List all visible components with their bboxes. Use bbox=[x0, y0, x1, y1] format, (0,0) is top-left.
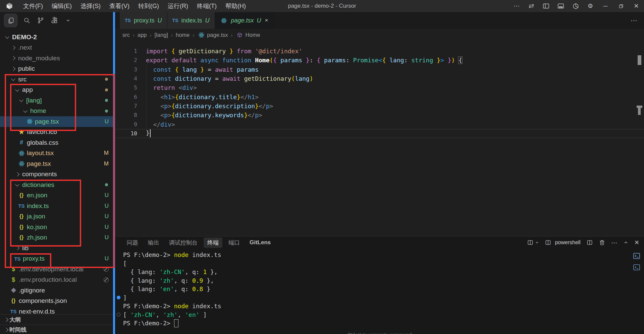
terminal-instance[interactable]: powershell bbox=[545, 239, 580, 246]
line-number: 3 bbox=[115, 66, 137, 73]
tree-item-page.tsx[interactable]: page.tsxU bbox=[0, 116, 113, 127]
tree-item-favicon.ico[interactable]: ★favicon.ico bbox=[0, 127, 113, 138]
breadcrumb-separator: › bbox=[133, 32, 135, 38]
tab-label: proxy.ts bbox=[134, 17, 155, 24]
breadcrumb-item-[lang][interactable]: [lang] bbox=[155, 32, 168, 38]
terminal-tab-icon[interactable] bbox=[632, 263, 641, 272]
panel-tab-输出[interactable]: 输出 bbox=[144, 238, 163, 248]
editor-tab-page.tsx[interactable]: page.tsxU× bbox=[215, 12, 274, 29]
modified-dot-badge bbox=[105, 78, 108, 81]
tree-item-.env.development.local[interactable]: $.env.development.local bbox=[0, 264, 113, 275]
modified-dot-badge bbox=[105, 88, 108, 91]
chevron-down-icon bbox=[3, 36, 11, 39]
close-window-button[interactable]: ✕ bbox=[629, 0, 644, 12]
editor-tab-index.ts[interactable]: TSindex.tsU bbox=[167, 12, 215, 29]
breadcrumb-item-app[interactable]: app bbox=[138, 32, 147, 38]
tree-item-index.ts[interactable]: TSindex.tsU bbox=[0, 201, 113, 211]
panel-tab-GitLens[interactable]: GitLens bbox=[246, 238, 274, 247]
terminal-line: { lang: 'zh-CN', q: 1 }, bbox=[115, 268, 644, 276]
menu-item[interactable]: 选择(S) bbox=[76, 2, 105, 10]
tree-item-proxy.ts[interactable]: TSproxy.tsU bbox=[0, 254, 113, 264]
code-editor[interactable]: 1 import { getDictionary } from '@dict/i… bbox=[115, 41, 644, 236]
menu-item[interactable]: 转到(G) bbox=[134, 2, 163, 10]
source-control-icon[interactable] bbox=[36, 16, 45, 25]
breadcrumb-item-home[interactable]: home bbox=[176, 32, 190, 38]
tree-item-app[interactable]: app bbox=[0, 85, 113, 95]
code-line-5: 5 return <div> bbox=[115, 83, 644, 92]
tree-item-dictionaries[interactable]: dictionaries bbox=[0, 180, 113, 190]
more-actions-icon[interactable]: ⋯ bbox=[509, 0, 524, 12]
file-label: index.ts bbox=[27, 202, 49, 210]
toggle-panel-icon[interactable] bbox=[553, 0, 568, 12]
tree-item-.next[interactable]: .next bbox=[0, 43, 113, 53]
tree-root[interactable]: DEMO-2 bbox=[0, 32, 113, 43]
panel-tab-端口[interactable]: 端口 bbox=[225, 238, 244, 248]
cursor-ai-icon[interactable] bbox=[568, 0, 583, 12]
timeline-section[interactable]: 时间线 bbox=[0, 325, 113, 334]
tree-item-en.json[interactable]: {}en.jsonU bbox=[0, 190, 113, 201]
search-icon[interactable] bbox=[22, 16, 31, 25]
breadcrumb-item-page.tsx[interactable]: page.tsx bbox=[197, 32, 228, 38]
file-label: favicon.ico bbox=[27, 128, 57, 136]
minimize-button[interactable]: ─ bbox=[598, 0, 613, 12]
json-braces-icon: {} bbox=[9, 298, 17, 304]
tree-item-ko.json[interactable]: {}ko.jsonU bbox=[0, 222, 113, 232]
tree-item-.gitignore[interactable]: .gitignore bbox=[0, 285, 113, 296]
file-label: node_modules bbox=[18, 55, 60, 62]
toggle-sidebar-icon[interactable] bbox=[539, 0, 553, 12]
panel-tab-终端[interactable]: 终端 bbox=[204, 238, 222, 248]
command-decoration-icon[interactable] bbox=[117, 313, 120, 317]
extensions-icon[interactable] bbox=[50, 16, 59, 25]
json-braces-icon: {} bbox=[17, 192, 25, 198]
tree-item-home[interactable]: home bbox=[0, 106, 113, 117]
command-decoration-icon[interactable] bbox=[117, 296, 120, 299]
kill-terminal-icon[interactable] bbox=[599, 239, 605, 246]
editor-more-actions-icon[interactable]: ⋯ bbox=[631, 12, 638, 29]
explorer-files-icon[interactable] bbox=[4, 14, 17, 27]
swap-arrows-icon[interactable] bbox=[524, 0, 539, 12]
code-line-8: 8 <p>{dictionary.keywords}</p> bbox=[115, 111, 644, 120]
settings-gear-icon[interactable]: ⚙ bbox=[583, 0, 598, 12]
tree-item-[lang][interactable]: [lang] bbox=[0, 95, 113, 106]
tree-item-ja.json[interactable]: {}ja.jsonU bbox=[0, 211, 113, 222]
editor-tab-proxy.ts[interactable]: TSproxy.tsU bbox=[120, 12, 167, 29]
panel-more-icon[interactable]: ⋯ bbox=[611, 239, 618, 247]
file-label: globals.css bbox=[27, 139, 58, 146]
tree-item-public[interactable]: public bbox=[0, 64, 113, 74]
breadcrumb-item-Home[interactable]: Home bbox=[236, 32, 260, 38]
tree-item-.env.production.local[interactable]: $.env.production.local bbox=[0, 275, 113, 285]
restore-button[interactable] bbox=[613, 0, 629, 12]
menu-item[interactable]: 帮助(H) bbox=[221, 2, 250, 10]
breadcrumb: src› app› [lang]› home› page.tsx› Home bbox=[115, 29, 644, 41]
maximize-panel-icon[interactable] bbox=[623, 240, 629, 245]
split-terminal-icon[interactable] bbox=[586, 239, 593, 246]
terminal-output[interactable]: PS F:\demo-2> node index.ts [ { lang: 'z… bbox=[115, 249, 644, 334]
tree-item-page.tsx[interactable]: page.tsxM bbox=[0, 158, 113, 169]
breadcrumb-item-src[interactable]: src bbox=[122, 32, 130, 38]
tree-item-zh.json[interactable]: {}zh.jsonU bbox=[0, 232, 113, 243]
tree-item-lib[interactable]: lib bbox=[0, 243, 113, 254]
file-label: home bbox=[30, 107, 46, 115]
tree-item-components[interactable]: components bbox=[0, 169, 113, 180]
menu-item[interactable]: 终端(T) bbox=[193, 2, 221, 10]
menu-item[interactable]: 运行(R) bbox=[163, 2, 193, 10]
code-line-2: 2 export default async function Home({ p… bbox=[115, 56, 644, 65]
menu-item[interactable]: 编辑(E) bbox=[47, 2, 76, 10]
outline-section[interactable]: 大纲 bbox=[0, 314, 113, 325]
menu-item[interactable]: 查看(V) bbox=[105, 2, 134, 10]
panel-tab-问题[interactable]: 问题 bbox=[123, 238, 142, 248]
tree-item-src[interactable]: src bbox=[0, 74, 113, 85]
tree-item-components.json[interactable]: {}components.json bbox=[0, 296, 113, 307]
terminal-launch-dropdown[interactable] bbox=[527, 239, 539, 246]
terminal-tab-icon[interactable] bbox=[632, 251, 641, 260]
line-number: 2 bbox=[115, 57, 137, 63]
close-tab-icon[interactable]: × bbox=[265, 17, 268, 24]
panel-tab-调试控制台[interactable]: 调试控制台 bbox=[165, 238, 201, 248]
menu-item[interactable]: 文件(F) bbox=[19, 2, 47, 10]
file-label: .env.production.local bbox=[19, 276, 77, 283]
tree-item-layout.tsx[interactable]: layout.tsxM bbox=[0, 148, 113, 159]
close-panel-icon[interactable]: ✕ bbox=[634, 239, 639, 246]
tree-item-globals.css[interactable]: #globals.css bbox=[0, 137, 113, 148]
tree-item-node_modules[interactable]: node_modules bbox=[0, 53, 113, 64]
chevron-down-icon[interactable] bbox=[64, 16, 72, 25]
